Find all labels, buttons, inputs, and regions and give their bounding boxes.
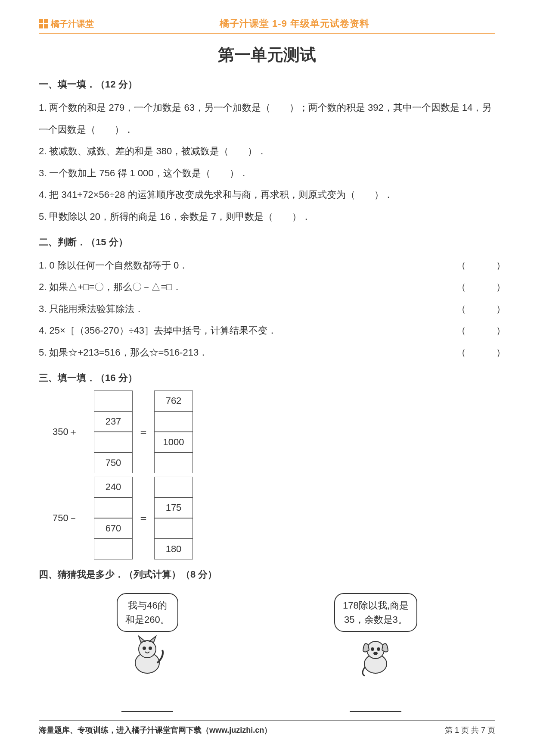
svg-point-3 [149,647,152,650]
cell-r-3 [154,453,193,473]
section-4-heading: 四、猜猜我是多少．（列式计算）（8 分） [39,568,495,581]
cell-l-2 [94,432,133,453]
dog-icon [352,633,399,680]
cat-icon [124,633,171,680]
cell2-r-2 [154,518,193,539]
judge-1-text: 1. 0 除以任何一个自然数都等于 0． [39,255,456,277]
judge-5: 5. 如果☆+213=516，那么☆=516-213． （ ） [39,342,495,364]
label-750: 750－ [51,512,94,525]
svg-point-6 [371,648,374,650]
judge-4: 4. 25×［（356-270）÷43］去掉中括号，计算结果不变． （ ） [39,320,495,342]
judge-2: 2. 如果△+□=〇，那么〇－△=□． （ ） [39,276,495,298]
footer-right: 第 1 页 共 7 页 [445,725,495,735]
svg-point-7 [377,648,380,650]
diagram-group-1: 350＋ 237 750 ＝ 762 1000 [51,390,495,473]
judge-2-paren: （ ） [456,276,495,298]
q1-2: 2. 被减数、减数、差的和是 380，被减数是（ ）． [39,141,495,162]
judge-4-text: 4. 25×［（356-270）÷43］去掉中括号，计算结果不变． [39,320,456,342]
q1-5: 5. 甲数除以 20，所得的商是 16，余数是 7，则甲数是（ ）． [39,206,495,228]
answer-line-2 [350,710,401,712]
answer-line-1 [121,710,173,712]
logo-icon [39,19,48,28]
bubble-dog-l2: 35，余数是3。 [343,612,409,627]
cell2-r-0 [154,477,193,497]
cell-l-0 [94,390,133,411]
cell2-l-1 [94,497,133,518]
bubble-cat-l2: 和是260。 [125,612,170,627]
cell2-l-2: 670 [94,518,133,539]
fill-diagram: 350＋ 237 750 ＝ 762 1000 750－ 240 670 [51,390,495,559]
eq-1: ＝ [133,425,154,439]
page-title: 第一单元测试 [39,44,495,66]
svg-point-1 [139,640,156,658]
bubble-dog-l1: 178除以我,商是 [343,598,409,612]
judge-4-paren: （ ） [456,320,495,342]
cell-l-3: 750 [94,453,133,473]
page-footer: 海量题库、专项训练，进入橘子汁课堂官网下载（www.juzizhi.cn） 第 … [39,720,495,735]
cell-r-0: 762 [154,390,193,411]
cell-r-2: 1000 [154,432,193,453]
header-subtitle: 橘子汁课堂 1-9 年级单元试卷资料 [94,17,495,30]
bubble-dog: 178除以我,商是 35，余数是3。 [334,593,417,632]
judge-3-text: 3. 只能用乘法验算除法． [39,298,456,320]
eq-2: ＝ [133,511,154,525]
bubble-cat-l1: 我与46的 [125,598,170,612]
section-4-body: 我与46的 和是260。 178除以我,商是 35 [39,593,495,712]
svg-point-8 [374,652,377,655]
svg-point-2 [143,647,146,650]
judge-1: 1. 0 除以任何一个自然数都等于 0． （ ） [39,255,495,277]
logo: 橘子汁课堂 [39,18,94,30]
judge-5-text: 5. 如果☆+213=516，那么☆=516-213． [39,342,456,364]
cell-r-1 [154,411,193,432]
q1-4: 4. 把 341+72×56÷28 的运算顺序改变成先求和与商，再求积，则原式变… [39,184,495,206]
diagram-group-2: 750－ 240 670 ＝ 175 180 [51,477,495,559]
judge-3-paren: （ ） [456,298,495,320]
q1-3: 3. 一个数加上 756 得 1 000，这个数是（ ）． [39,162,495,184]
cell-l-1: 237 [94,411,133,432]
judge-1-paren: （ ） [456,255,495,277]
section-3-heading: 三、填一填．（16 分） [39,372,495,384]
judge-5-paren: （ ） [456,342,495,364]
section-2-heading: 二、判断．（15 分） [39,236,495,249]
cell2-l-0: 240 [94,477,133,497]
judge-2-text: 2. 如果△+□=〇，那么〇－△=□． [39,276,456,298]
label-350: 350＋ [51,425,94,438]
character-cat: 我与46的 和是260。 [117,593,178,712]
cell2-r-3: 180 [154,539,193,559]
logo-text: 橘子汁课堂 [51,18,94,30]
page-header: 橘子汁课堂 橘子汁课堂 1-9 年级单元试卷资料 [39,17,495,34]
q1-1: 1. 两个数的和是 279，一个加数是 63，另一个加数是（ ）；两个数的积是 … [39,97,495,141]
cell2-r-1: 175 [154,497,193,518]
cell2-l-3 [94,539,133,559]
judge-3: 3. 只能用乘法验算除法． （ ） [39,298,495,320]
section-1-heading: 一、填一填．（12 分） [39,78,495,91]
character-dog: 178除以我,商是 35，余数是3。 [334,593,417,712]
bubble-cat: 我与46的 和是260。 [117,593,178,632]
footer-left: 海量题库、专项训练，进入橘子汁课堂官网下载（www.juzizhi.cn） [39,725,445,735]
